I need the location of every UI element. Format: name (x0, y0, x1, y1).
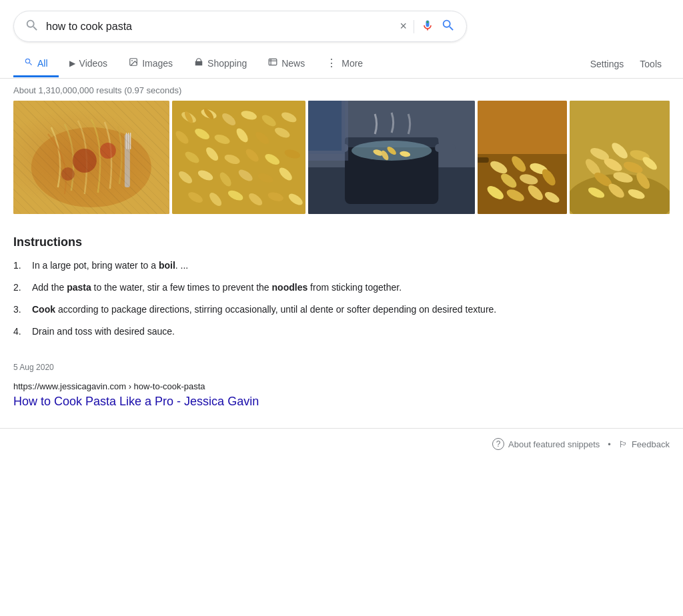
step-text-3: Cook according to package directions, st… (32, 303, 670, 317)
svg-point-2 (131, 60, 133, 61)
question-mark-icon: ? (492, 438, 504, 450)
svg-rect-74 (478, 157, 489, 163)
tab-videos[interactable]: ▶ Videos (59, 51, 119, 77)
svg-rect-53 (435, 144, 455, 152)
search-divider (414, 20, 414, 33)
bold-word-noodles: noodles (272, 282, 308, 293)
source-title-link[interactable]: How to Cook Pasta Like a Pro - Jessica G… (13, 395, 259, 408)
tab-images-label: Images (142, 58, 173, 69)
step-number-2: 2. (13, 281, 27, 295)
svg-rect-14 (130, 133, 131, 149)
about-snippets-label: About featured snippets (508, 439, 600, 449)
step-text-4: Drain and toss with desired sauce. (32, 325, 670, 339)
svg-rect-13 (128, 133, 129, 149)
tab-images[interactable]: Images (118, 51, 183, 77)
svg-point-10 (61, 167, 75, 181)
result-image-2[interactable] (172, 101, 305, 214)
more-icon: ⋮ (326, 57, 337, 69)
svg-rect-6 (13, 101, 169, 214)
image-strip[interactable] (0, 101, 683, 225)
svg-point-7 (31, 127, 151, 207)
tab-videos-label: Videos (79, 58, 108, 69)
svg-point-0 (426, 21, 428, 23)
instruction-step-3: 3. Cook according to package directions,… (13, 303, 670, 317)
all-icon (24, 57, 33, 69)
svg-point-9 (100, 143, 116, 159)
tab-more[interactable]: ⋮ More (315, 50, 374, 78)
step-text-2: Add the pasta to the water, stir a few t… (32, 281, 670, 295)
step-number-3: 3. (13, 303, 27, 317)
result-image-4[interactable] (478, 101, 567, 214)
step-text-1: In a large pot, bring water to a boil. .… (32, 259, 670, 273)
instruction-step-4: 4. Drain and toss with desired sauce. (13, 325, 670, 339)
svg-rect-12 (126, 133, 127, 149)
result-image-1[interactable] (13, 101, 169, 214)
clear-search-icon[interactable]: × (400, 19, 407, 33)
bold-word-boil: boil (159, 260, 175, 271)
tab-more-label: More (342, 58, 363, 69)
results-count: About 1,310,000,000 results (0.97 second… (0, 79, 683, 101)
snippet-section: Instructions 1. In a large pot, bring wa… (0, 225, 683, 355)
feedback-label: Feedback (632, 439, 670, 449)
tab-news-label: News (281, 58, 305, 69)
shopping-icon (194, 57, 203, 69)
about-snippets-link[interactable]: ? About featured snippets (492, 438, 600, 450)
instruction-step-1: 1. In a large pot, bring water to a boil… (13, 259, 670, 273)
instructions-list: 1. In a large pot, bring water to a boil… (13, 259, 670, 339)
svg-point-8 (73, 149, 97, 173)
svg-rect-3 (269, 59, 277, 65)
search-submit-icon[interactable] (441, 18, 456, 35)
source-url: https://www.jessicagavin.com › how-to-co… (13, 381, 670, 391)
images-icon (129, 57, 138, 69)
settings-link[interactable]: Settings (582, 52, 632, 76)
svg-rect-11 (125, 134, 130, 187)
mic-icon[interactable] (421, 19, 434, 34)
source-section: https://www.jessicagavin.com › how-to-co… (0, 372, 683, 412)
search-bar: how to cook pasta × (13, 11, 467, 42)
instructions-heading: Instructions (13, 235, 670, 249)
snippet-date: 5 Aug 2020 (0, 363, 683, 372)
search-query[interactable]: how to cook pasta (46, 21, 393, 33)
instruction-step-2: 2. Add the pasta to the water, stir a fe… (13, 281, 670, 295)
tools-link[interactable]: Tools (632, 52, 670, 76)
step-number-4: 4. (13, 325, 27, 339)
result-image-5[interactable] (570, 101, 670, 214)
bold-word-pasta: pasta (67, 282, 91, 293)
footer-dot: • (608, 439, 611, 449)
svg-rect-61 (308, 101, 342, 151)
step-number-1: 1. (13, 259, 27, 273)
nav-tabs: All ▶ Videos Images Shopping News ⋮ More… (0, 50, 683, 79)
search-icon (25, 18, 39, 35)
bold-word-cook: Cook (32, 304, 55, 315)
tab-news[interactable]: News (257, 51, 315, 77)
tab-shopping-label: Shopping (207, 58, 247, 69)
feedback-link[interactable]: 🏳 Feedback (619, 439, 670, 449)
search-bar-wrapper: how to cook pasta × (0, 0, 683, 50)
tab-all[interactable]: All (13, 51, 59, 77)
news-icon (268, 57, 277, 69)
tab-all-label: All (37, 58, 48, 69)
result-image-3[interactable] (308, 101, 475, 214)
feedback-icon: 🏳 (619, 439, 628, 449)
videos-icon: ▶ (69, 59, 75, 68)
tab-shopping[interactable]: Shopping (183, 51, 257, 77)
snippet-footer: ? About featured snippets • 🏳 Feedback (0, 428, 683, 459)
